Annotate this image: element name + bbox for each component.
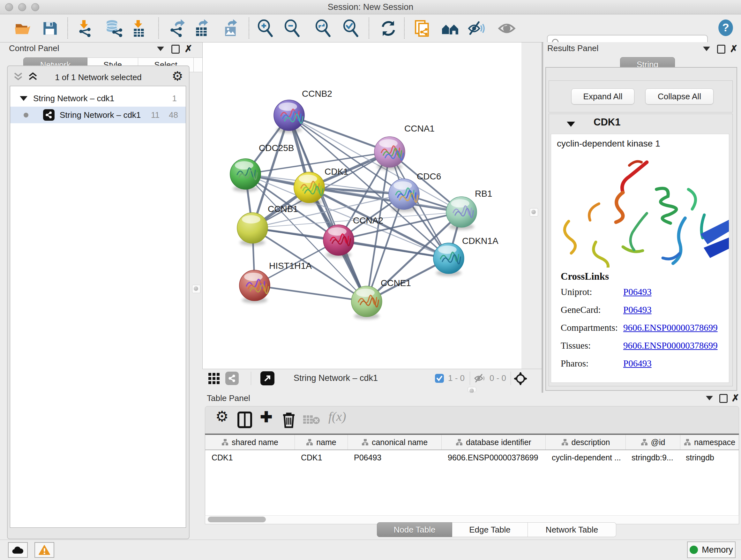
maximize-panel-button[interactable] xyxy=(717,45,725,54)
fit-selected-crosshair-icon[interactable] xyxy=(514,372,527,385)
table-options-gear-icon[interactable]: ⚙ xyxy=(215,408,228,425)
export-table-icon[interactable] xyxy=(193,19,211,37)
network-node-CDKN1A[interactable]: CDKN1A xyxy=(433,236,498,276)
export-network-icon[interactable] xyxy=(168,19,186,37)
network-node-CCNE1[interactable]: CCNE1 xyxy=(351,278,411,319)
memory-button[interactable]: Memory xyxy=(687,542,736,558)
hide-selected-icon[interactable] xyxy=(468,19,485,37)
network-edge[interactable] xyxy=(255,286,367,301)
maximize-panel-button[interactable] xyxy=(719,394,728,403)
table-row[interactable]: CDK1 CDK1 P06493 9606.ENSP00000378699 cy… xyxy=(205,450,739,465)
birds-eye-view-icon[interactable] xyxy=(260,371,274,385)
network-tree-root-row[interactable]: String Network – cdk1 1 xyxy=(10,90,186,107)
table-panel-title: Table Panel xyxy=(207,393,250,403)
show-columns-icon[interactable] xyxy=(237,411,253,428)
zoom-selected-icon[interactable] xyxy=(342,19,360,37)
crosslink-row: Tissues: 9606.ENSP00000378699 xyxy=(561,340,718,351)
cloud-status-button[interactable] xyxy=(8,542,28,558)
float-panel-button[interactable] xyxy=(703,47,710,51)
network-node-CCNA1[interactable]: CCNA1 xyxy=(374,124,434,170)
import-network-icon[interactable] xyxy=(76,19,93,37)
network-edge[interactable] xyxy=(246,152,390,174)
memory-label: Memory xyxy=(702,545,733,555)
crosslinks-heading: CrossLinks xyxy=(561,271,718,282)
zoom-in-icon[interactable] xyxy=(257,19,274,37)
node-label: CDK1 xyxy=(325,167,348,177)
crosslink-label: Compartments: xyxy=(561,322,623,333)
crosslink-link[interactable]: P06493 xyxy=(623,287,652,297)
scrollbar-thumb[interactable] xyxy=(208,516,266,522)
refresh-icon[interactable] xyxy=(380,19,397,37)
duplicate-network-icon[interactable] xyxy=(414,19,431,37)
zoom-out-icon[interactable] xyxy=(283,19,301,37)
column-label: @id xyxy=(651,438,665,447)
table-header-row: shared name name canonical name database… xyxy=(205,435,739,450)
bottom-splitter-handle[interactable] xyxy=(468,387,476,392)
column-header-namespace[interactable]: namespace xyxy=(680,435,739,449)
tab-edge-table[interactable]: Edge Table xyxy=(452,522,528,537)
column-label: name xyxy=(316,438,336,447)
zoom-fit-icon[interactable] xyxy=(314,19,332,37)
memory-status-dot xyxy=(690,546,698,554)
column-header-canonical-name[interactable]: canonical name xyxy=(348,435,442,449)
crosslink-link[interactable]: 9606.ENSP00000378699 xyxy=(623,322,718,333)
column-header-description[interactable]: description xyxy=(546,435,626,449)
crosslink-link[interactable]: P06493 xyxy=(623,358,652,369)
delete-column-trash-icon[interactable] xyxy=(282,411,296,428)
column-header-id[interactable]: @id xyxy=(626,435,680,449)
column-type-icon xyxy=(456,439,463,446)
network-node-HIST1H1A[interactable]: HIST1H1A xyxy=(239,261,312,303)
edge-count: 48 xyxy=(169,110,178,120)
close-panel-button[interactable]: ✗ xyxy=(730,44,738,54)
tab-node-table[interactable]: Node Table xyxy=(377,522,452,537)
network-collection-label: String Network – cdk1 xyxy=(33,94,114,104)
column-header-name[interactable]: name xyxy=(295,435,348,449)
import-table-icon[interactable] xyxy=(130,19,148,37)
section-collapse-caret[interactable] xyxy=(567,122,575,127)
right-splitter-handle[interactable] xyxy=(530,208,538,216)
hidden-eye-slash-icon[interactable] xyxy=(474,374,486,383)
tree-expand-caret[interactable] xyxy=(20,96,27,101)
help-button[interactable]: ? xyxy=(717,19,735,37)
create-column-icon[interactable]: ✚ xyxy=(260,408,273,426)
column-header-database-identifier[interactable]: database identifier xyxy=(442,435,546,449)
network-tree-item-row[interactable]: String Network – cdk1 11 48 xyxy=(10,107,186,123)
node-count: 11 xyxy=(151,110,159,120)
network-edge[interactable] xyxy=(289,115,390,152)
expand-all-button[interactable]: Expand All xyxy=(571,88,634,105)
selected-checkbox-icon[interactable] xyxy=(434,374,444,383)
function-builder-icon[interactable]: f(x) xyxy=(328,409,346,424)
float-panel-button[interactable] xyxy=(157,47,164,51)
float-panel-button[interactable] xyxy=(706,396,713,400)
collapse-all-button[interactable]: Collapse All xyxy=(645,88,714,105)
tab-network-table[interactable]: Network Table xyxy=(528,522,616,537)
toolbar-separator xyxy=(67,17,68,39)
close-panel-button[interactable]: ✗ xyxy=(185,44,192,54)
string-results-container: Expand All Collapse All CDK1 cyclin-depe… xyxy=(545,67,737,391)
open-session-icon[interactable] xyxy=(14,19,31,37)
network-view-icon[interactable] xyxy=(225,372,239,385)
save-session-icon[interactable] xyxy=(41,19,59,37)
toolbar-separator xyxy=(404,17,405,39)
crosslink-link[interactable]: P06493 xyxy=(623,305,652,315)
crosslink-link[interactable]: 9606.ENSP00000378699 xyxy=(623,340,718,351)
left-splitter-handle[interactable] xyxy=(192,285,200,293)
grid-view-icon[interactable] xyxy=(208,373,220,385)
network-options-gear-icon[interactable]: ⚙ xyxy=(172,69,183,83)
network-node-RB1[interactable]: RB1 xyxy=(446,189,492,230)
network-node-CCNB2[interactable]: CCNB2 xyxy=(274,89,332,133)
show-graphics-icon[interactable] xyxy=(498,19,516,37)
import-database-icon[interactable] xyxy=(105,19,123,37)
delete-table-icon[interactable] xyxy=(303,414,320,425)
column-header-shared-name[interactable]: shared name xyxy=(205,435,295,449)
export-image-icon[interactable] xyxy=(222,19,240,37)
close-panel-button[interactable]: ✗ xyxy=(731,393,739,403)
network-node-CDC6[interactable]: CDC6 xyxy=(389,172,441,212)
main-toolbar: ? xyxy=(0,14,741,43)
node-label: CCNB1 xyxy=(268,204,298,214)
first-neighbors-icon[interactable] xyxy=(441,19,459,37)
warnings-button[interactable] xyxy=(35,542,54,558)
maximize-panel-button[interactable] xyxy=(172,45,180,54)
network-canvas[interactable]: CCNB2CCNA1CDC25BCDK1CDC6RB1CCNB1CCNA2CDK… xyxy=(202,42,522,369)
column-type-icon xyxy=(306,439,313,446)
